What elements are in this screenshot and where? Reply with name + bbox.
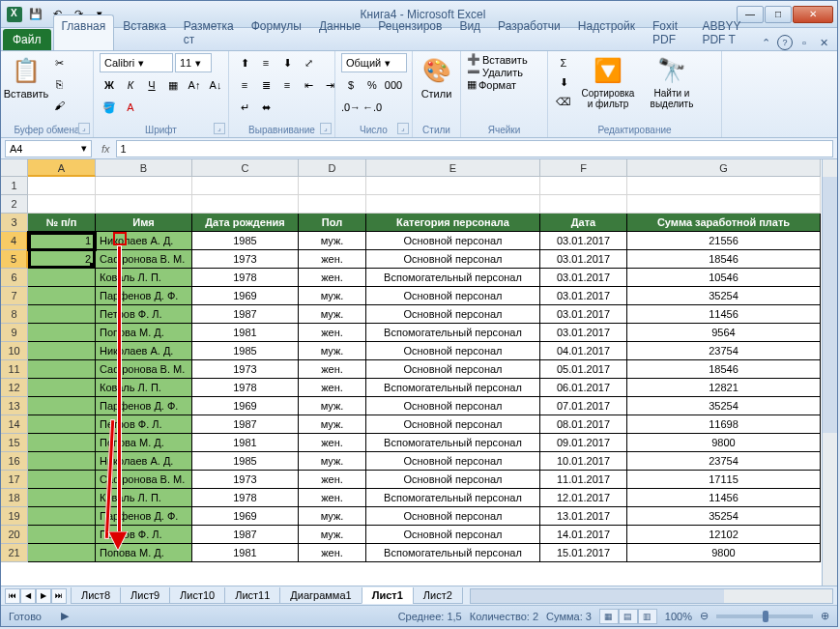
comma-icon[interactable]: 000 xyxy=(384,75,403,95)
row-header-6[interactable]: 6 xyxy=(1,269,28,287)
cell-C9[interactable]: 1981 xyxy=(192,324,299,342)
paste-button[interactable]: 📋 Вставить xyxy=(7,53,45,101)
align-middle-icon[interactable]: ≡ xyxy=(256,53,275,72)
cell-G14[interactable]: 11698 xyxy=(627,415,821,434)
cell-F18[interactable]: 12.01.2017 xyxy=(540,489,627,507)
row-header-7[interactable]: 7 xyxy=(1,287,28,305)
cell-C13[interactable]: 1969 xyxy=(192,397,299,415)
font-color-icon[interactable]: A xyxy=(121,98,140,117)
underline-icon[interactable]: Ч xyxy=(142,75,161,95)
cell-F2[interactable] xyxy=(540,195,627,214)
page-layout-view-icon[interactable]: ▤ xyxy=(619,609,638,624)
cell-C2[interactable] xyxy=(192,195,299,214)
cell-G10[interactable]: 23754 xyxy=(627,342,821,360)
cell-F13[interactable]: 07.01.2017 xyxy=(540,397,627,415)
cell-F1[interactable] xyxy=(540,177,627,195)
save-icon[interactable]: 💾 xyxy=(26,5,45,24)
align-bottom-icon[interactable]: ⬇ xyxy=(277,53,297,72)
cell-E19[interactable]: Основной персонал xyxy=(366,507,540,526)
cell-D16[interactable]: муж. xyxy=(299,452,366,471)
cell-D18[interactable]: жен. xyxy=(299,489,366,507)
tab-nav-last-icon[interactable]: ⏭ xyxy=(51,588,67,604)
cell-D14[interactable]: муж. xyxy=(299,415,366,434)
grow-font-icon[interactable]: A↑ xyxy=(185,75,204,95)
cell-C20[interactable]: 1987 xyxy=(192,526,299,544)
cell-F4[interactable]: 03.01.2017 xyxy=(540,232,627,250)
cell-F5[interactable]: 03.01.2017 xyxy=(540,250,627,269)
macro-record-icon[interactable]: ▶ xyxy=(61,610,69,622)
ribbon-minimize-icon[interactable]: ⌃ xyxy=(758,35,773,50)
cell-B1[interactable] xyxy=(96,177,192,195)
wrap-text-icon[interactable]: ↵ xyxy=(235,98,254,117)
cell-A7[interactable] xyxy=(28,287,96,305)
row-header-15[interactable]: 15 xyxy=(1,434,28,452)
sheet-tab-0[interactable]: Лист8 xyxy=(71,587,121,604)
cell-E18[interactable]: Вспомогательный персонал xyxy=(366,489,540,507)
maximize-button[interactable]: □ xyxy=(765,6,792,23)
help-icon[interactable]: ? xyxy=(777,35,793,50)
cell-B16[interactable]: Николаев А. Д. xyxy=(96,452,192,471)
ribbon-tab-2[interactable]: Разметка ст xyxy=(175,14,243,50)
cell-E5[interactable]: Основной персонал xyxy=(366,250,540,269)
normal-view-icon[interactable]: ▦ xyxy=(599,609,619,624)
cell-E15[interactable]: Вспомогательный персонал xyxy=(366,434,540,452)
row-header-14[interactable]: 14 xyxy=(1,415,28,434)
cell-F11[interactable]: 05.01.2017 xyxy=(540,360,627,379)
row-header-3[interactable]: 3 xyxy=(1,214,28,232)
cell-G8[interactable]: 11456 xyxy=(627,305,821,324)
cell-F15[interactable]: 09.01.2017 xyxy=(540,434,627,452)
cell-D10[interactable]: муж. xyxy=(299,342,366,360)
horizontal-scrollbar[interactable] xyxy=(470,588,833,604)
tab-nav-next-icon[interactable]: ▶ xyxy=(36,588,51,604)
cell-A14[interactable] xyxy=(28,415,96,434)
cell-B19[interactable]: Парфенов Д. Ф. xyxy=(96,507,192,526)
shrink-font-icon[interactable]: A↓ xyxy=(206,75,225,95)
cell-C18[interactable]: 1978 xyxy=(192,489,299,507)
column-header-B[interactable]: B xyxy=(96,159,192,177)
row-header-13[interactable]: 13 xyxy=(1,397,28,415)
cell-B8[interactable]: Петров Ф. Л. xyxy=(96,305,192,324)
ribbon-tab-9[interactable]: Foxit PDF xyxy=(644,14,693,50)
bold-icon[interactable]: Ж xyxy=(100,75,119,95)
column-header-F[interactable]: F xyxy=(540,159,627,177)
align-center-icon[interactable]: ≣ xyxy=(256,75,275,95)
cell-A17[interactable] xyxy=(28,471,96,489)
percent-icon[interactable]: % xyxy=(362,75,382,95)
cell-C16[interactable]: 1985 xyxy=(192,452,299,471)
cell-A6[interactable] xyxy=(28,269,96,287)
ribbon-tab-8[interactable]: Надстройк xyxy=(569,14,644,50)
cell-E9[interactable]: Вспомогательный персонал xyxy=(366,324,540,342)
cell-E7[interactable]: Основной персонал xyxy=(366,287,540,305)
sheet-tab-3[interactable]: Лист11 xyxy=(224,587,280,604)
format-cells-button[interactable]: ▦Формат xyxy=(467,78,516,91)
cell-C5[interactable]: 1973 xyxy=(192,250,299,269)
cell-F16[interactable]: 10.01.2017 xyxy=(540,452,627,471)
cell-C17[interactable]: 1973 xyxy=(192,471,299,489)
cell-A5[interactable]: 2 xyxy=(28,250,96,269)
cell-B14[interactable]: Петров Ф. Л. xyxy=(96,415,192,434)
cell-F17[interactable]: 11.01.2017 xyxy=(540,471,627,489)
cell-B21[interactable]: Попова М. Д. xyxy=(96,544,192,562)
column-header-A[interactable]: A xyxy=(28,159,96,177)
cut-icon[interactable]: ✂ xyxy=(49,53,69,72)
cell-E16[interactable]: Основной персонал xyxy=(366,452,540,471)
cell-E14[interactable]: Основной персонал xyxy=(366,415,540,434)
clipboard-dialog-launcher[interactable]: ⌟ xyxy=(78,123,90,134)
select-all-corner[interactable] xyxy=(1,159,28,177)
ribbon-tab-10[interactable]: ABBYY PDF T xyxy=(693,14,758,50)
cell-D17[interactable]: жен. xyxy=(299,471,366,489)
cell-C14[interactable]: 1987 xyxy=(192,415,299,434)
cell-G3[interactable]: Сумма заработной плать xyxy=(627,214,821,232)
app-icon[interactable] xyxy=(5,5,24,24)
row-header-1[interactable]: 1 xyxy=(1,177,28,195)
cell-G21[interactable]: 9800 xyxy=(627,544,821,562)
align-top-icon[interactable]: ⬆ xyxy=(235,53,254,72)
cell-E1[interactable] xyxy=(366,177,540,195)
cell-D7[interactable]: муж. xyxy=(299,287,366,305)
page-break-view-icon[interactable]: ▥ xyxy=(638,609,657,624)
border-icon[interactable]: ▦ xyxy=(163,75,183,95)
fill-icon[interactable]: ⬇ xyxy=(554,72,573,92)
cell-G18[interactable]: 11456 xyxy=(627,489,821,507)
sheet-tab-6[interactable]: Лист2 xyxy=(413,587,463,604)
cell-F19[interactable]: 13.01.2017 xyxy=(540,507,627,526)
